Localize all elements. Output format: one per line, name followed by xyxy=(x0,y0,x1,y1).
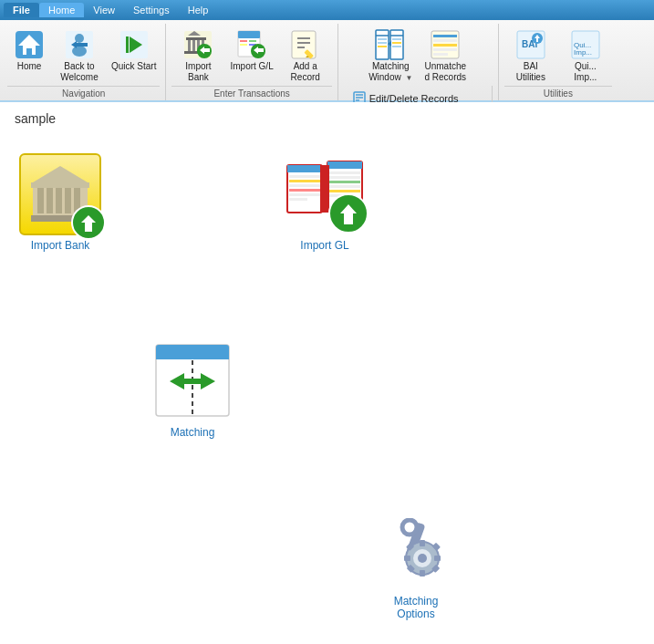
import-bank-ribbon-button[interactable]: Import Bank xyxy=(171,26,224,86)
back-to-welcome-label: Back to Welcome xyxy=(57,61,102,83)
tab-help[interactable]: Help xyxy=(179,3,218,17)
back-to-welcome-button[interactable]: Back to Welcome xyxy=(53,26,106,86)
sample-label: sample xyxy=(15,111,639,126)
unmatched-records-icon xyxy=(429,28,462,61)
tab-file[interactable]: File xyxy=(4,3,39,17)
quick-start-label: Quick Start xyxy=(111,61,156,72)
svg-rect-44 xyxy=(392,46,401,47)
svg-rect-68 xyxy=(47,188,53,213)
svg-rect-85 xyxy=(289,198,307,201)
svg-rect-39 xyxy=(378,38,387,40)
add-record-icon xyxy=(289,28,322,61)
svg-rect-49 xyxy=(433,44,457,47)
svg-rect-28 xyxy=(258,48,264,52)
svg-rect-88 xyxy=(329,176,360,179)
matching-window-button[interactable]: Matching Window ▼ xyxy=(364,26,417,86)
bai-utilities-label: BAI Utilities xyxy=(508,61,554,83)
quick-imp-button[interactable]: Qui... Imp... Qui... Imp... xyxy=(559,26,612,86)
svg-rect-24 xyxy=(240,44,247,46)
quick-imp-label: Qui... Imp... xyxy=(563,61,608,83)
svg-rect-67 xyxy=(37,188,44,213)
import-gl-arrow-icon xyxy=(327,192,369,237)
svg-rect-87 xyxy=(329,171,360,174)
svg-point-106 xyxy=(418,554,427,563)
svg-rect-35 xyxy=(376,30,389,59)
enter-transactions-group: Import Bank xyxy=(166,24,337,100)
home-button[interactable]: Home xyxy=(7,26,51,75)
svg-rect-72 xyxy=(31,182,89,188)
import-bank-label: Import Bank xyxy=(31,239,90,252)
svg-rect-82 xyxy=(289,184,320,187)
back-to-welcome-icon xyxy=(63,28,96,61)
matching-options-box xyxy=(375,509,457,591)
svg-rect-19 xyxy=(204,48,210,52)
import-bank-ribbon-icon xyxy=(182,28,214,61)
svg-text:Imp...: Imp... xyxy=(574,48,592,57)
import-gl-ribbon-icon xyxy=(235,28,268,61)
import-gl-ribbon-label: Import G/L xyxy=(230,61,273,72)
svg-rect-110 xyxy=(434,556,441,561)
import-bank-ribbon-label: Import Bank xyxy=(175,61,221,83)
svg-rect-86 xyxy=(327,161,362,169)
unmatched-records-label: Unmatched Records xyxy=(422,61,468,83)
ribbon: Home Back to Welcome xyxy=(0,20,654,102)
svg-rect-43 xyxy=(392,42,401,44)
matching-label: Matching xyxy=(171,426,215,439)
utilities-buttons: BAI BAI Utilities Qui... Imp... Qui... I… xyxy=(504,26,612,86)
svg-rect-48 xyxy=(433,39,457,42)
svg-rect-8 xyxy=(126,36,129,53)
svg-rect-84 xyxy=(289,193,320,196)
import-gl-label: Import GL xyxy=(300,239,348,252)
svg-rect-90 xyxy=(329,185,360,188)
home-icon xyxy=(13,28,46,61)
import-gl-ribbon-button[interactable]: Import G/L xyxy=(226,26,276,75)
svg-point-103 xyxy=(402,520,417,535)
quick-start-button[interactable]: Quick Start xyxy=(108,26,160,75)
svg-rect-109 xyxy=(404,556,410,561)
quick-imp-icon: Qui... Imp... xyxy=(569,28,602,61)
import-bank-arrow-icon xyxy=(70,204,107,241)
svg-rect-11 xyxy=(192,40,195,51)
svg-point-4 xyxy=(72,46,87,57)
svg-rect-98 xyxy=(156,353,229,359)
content-area: sample xyxy=(0,102,654,644)
svg-rect-47 xyxy=(433,35,457,37)
import-gl-icon[interactable]: Import GL xyxy=(279,153,370,252)
tab-view[interactable]: View xyxy=(84,3,124,17)
utilities-group: BAI BAI Utilities Qui... Imp... Qui... I… xyxy=(499,24,618,100)
svg-rect-83 xyxy=(289,189,320,192)
review-buttons: Matching Window ▼ Unmatched Records xyxy=(344,26,493,86)
tab-home[interactable]: Home xyxy=(39,3,84,17)
svg-rect-50 xyxy=(433,48,457,51)
svg-rect-108 xyxy=(420,570,425,576)
svg-rect-80 xyxy=(289,175,320,178)
svg-rect-69 xyxy=(56,188,62,213)
navigation-label: Navigation xyxy=(7,86,160,100)
svg-rect-14 xyxy=(186,37,206,40)
svg-rect-81 xyxy=(289,180,320,182)
matching-options-label: Matching Options xyxy=(394,595,439,620)
svg-rect-40 xyxy=(378,42,387,44)
add-record-button[interactable]: Add a Record xyxy=(279,26,332,86)
svg-marker-73 xyxy=(33,166,88,182)
import-gl-box xyxy=(284,153,366,235)
svg-rect-89 xyxy=(329,181,360,183)
tab-settings[interactable]: Settings xyxy=(124,3,179,17)
svg-rect-42 xyxy=(392,38,401,40)
import-bank-icon[interactable]: Import Bank xyxy=(15,153,106,252)
home-label: Home xyxy=(17,61,42,72)
matching-window-label: Matching Window ▼ xyxy=(368,61,413,83)
unmatched-records-button[interactable]: Unmatched Records xyxy=(419,26,472,86)
title-bar: File Home View Settings Help xyxy=(0,0,654,20)
utilities-label: Utilities xyxy=(504,86,612,100)
svg-rect-22 xyxy=(240,40,247,42)
bai-utilities-icon: BAI xyxy=(514,28,547,61)
enter-transactions-label: Enter Transactions xyxy=(171,86,331,100)
bai-utilities-button[interactable]: BAI BAI Utilities xyxy=(504,26,557,86)
import-bank-box xyxy=(19,153,101,235)
svg-rect-21 xyxy=(238,31,260,38)
matching-box xyxy=(151,340,234,422)
matching-icon[interactable]: Matching xyxy=(147,340,238,439)
svg-rect-107 xyxy=(420,540,425,546)
matching-options-icon[interactable]: Matching Options xyxy=(370,509,462,620)
